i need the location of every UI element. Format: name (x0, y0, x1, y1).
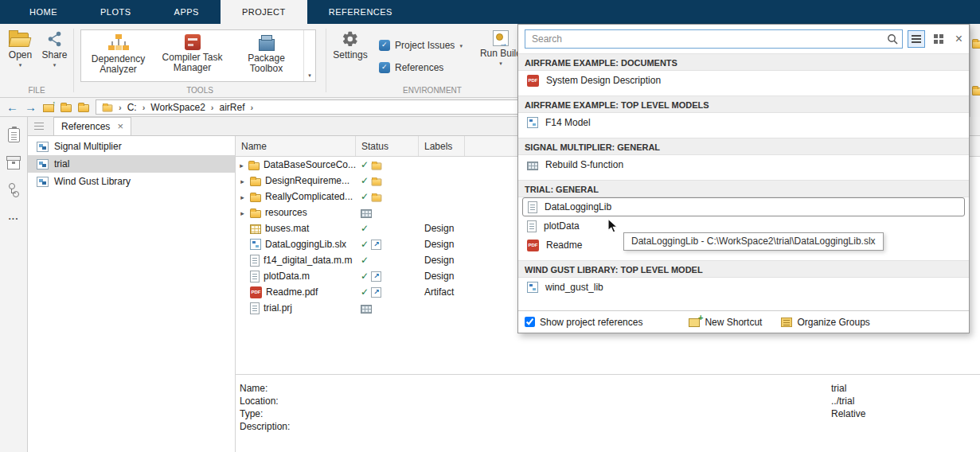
breadcrumb-segment[interactable]: airRef (220, 102, 245, 113)
file-name: DataBaseSourceCo... (264, 159, 356, 170)
column-header-status[interactable]: Status (356, 136, 419, 156)
expand-arrow-icon[interactable] (239, 175, 246, 186)
left-panel-strip (0, 117, 28, 452)
chevron-down-icon: ▾ (308, 72, 311, 78)
new-folder-icon[interactable] (78, 104, 89, 112)
compiler-task-manager-icon (185, 34, 201, 50)
detail-field-value: ../trial (831, 396, 854, 408)
tab-plots[interactable]: PLOTS (79, 0, 153, 24)
popup-toolbar (518, 25, 969, 53)
popup-section-header: AIRFRAME EXAMPLE: DOCUMENTS (518, 53, 969, 71)
shortcut-item-f14-model[interactable]: F14 Model (518, 113, 969, 132)
tree-item-signal-multiplier[interactable]: Signal Multiplier (28, 138, 235, 155)
document-icon (250, 255, 260, 267)
branch-icon[interactable] (8, 183, 19, 197)
compiler-task-manager-button[interactable]: Compiler Task Manager (155, 30, 229, 81)
breadcrumb-chevron-icon (211, 102, 214, 113)
search-icon (887, 33, 898, 45)
tree-item-trial[interactable]: trial (28, 155, 235, 173)
close-tab-icon[interactable] (117, 121, 123, 132)
tree-item-label: Wind Gust Library (54, 176, 131, 187)
tab-label: PROJECT (242, 7, 286, 17)
folder-icon (250, 210, 261, 218)
folder-icon (248, 162, 260, 170)
doc-tab-references[interactable]: References (53, 117, 131, 135)
expand-arrow-icon[interactable] (239, 159, 244, 170)
simulink-model-icon (527, 282, 538, 293)
expand-arrow-icon[interactable] (239, 191, 246, 202)
chevron-down-icon: ▾ (499, 60, 502, 66)
toolstrip-tab-bar: HOME PLOTS APPS PROJECT REFERENCES (0, 0, 980, 24)
project-issues-icon (379, 40, 390, 51)
expand-arrow-icon[interactable] (239, 207, 246, 218)
new-shortcut-button[interactable]: New Shortcut (689, 317, 762, 328)
file-label: Design (419, 223, 465, 234)
package-toolbox-button[interactable]: Package Toolbox (229, 30, 303, 81)
tab-label: APPS (174, 7, 199, 17)
box-icon[interactable] (7, 159, 20, 170)
grid-view-button[interactable] (930, 30, 947, 48)
grid-view-icon (934, 34, 943, 44)
status-project-definition-icon (361, 209, 372, 218)
status-checked-icon (361, 255, 369, 266)
up-one-level-icon[interactable] (43, 104, 54, 112)
simulink-model-icon (250, 239, 261, 250)
shortcut-item-datalogginglib[interactable]: DataLoggingLib (522, 197, 965, 216)
tab-references[interactable]: REFERENCES (307, 0, 414, 24)
references-label: References (395, 62, 443, 73)
keyboard-icon (527, 162, 538, 170)
gallery-expand-button[interactable]: ▾ (303, 30, 315, 81)
share-button-label: Share (41, 49, 67, 60)
breadcrumb-segment[interactable]: WorkSpace2 (150, 102, 205, 113)
column-header-name[interactable]: Name (236, 136, 356, 156)
script-icon (527, 220, 537, 232)
back-arrow-icon[interactable] (6, 101, 18, 113)
show-project-references-checkbox[interactable]: Show project references (525, 317, 642, 328)
details-panel: Name: trial Location: ../trial Type: Rel… (236, 374, 980, 452)
dependency-analyzer-icon (108, 34, 129, 52)
clipped-folder-icon (972, 41, 980, 49)
list-view-button[interactable] (908, 30, 925, 48)
forward-arrow-icon[interactable] (25, 101, 37, 113)
checkbox-input[interactable] (525, 317, 535, 327)
shortcut-item-label: wind_gust_lib (545, 282, 603, 293)
run-build-icon (493, 30, 509, 46)
tab-project[interactable]: PROJECT (221, 0, 307, 24)
file-name: Readme.pdf (266, 286, 318, 298)
references-button[interactable]: References (376, 59, 466, 76)
project-issues-button[interactable]: Project Issues ▾ (376, 37, 466, 54)
tab-home[interactable]: HOME (8, 0, 79, 24)
close-popup-icon[interactable] (955, 32, 962, 46)
ribbon-section-tools: Dependency Analyzer Compiler Task Manage… (74, 24, 326, 97)
status-checked-icon (361, 191, 369, 202)
panel-menu-icon[interactable] (34, 123, 44, 130)
file-name: DesignRequireme... (265, 175, 349, 186)
package-toolbox-icon (259, 39, 275, 51)
tab-apps[interactable]: APPS (153, 0, 221, 24)
mouse-cursor (607, 218, 619, 234)
project-reference-icon (37, 142, 49, 152)
shortcut-item-system-design-description[interactable]: System Design Description (518, 71, 969, 90)
organize-groups-button[interactable]: Organize Groups (781, 317, 869, 328)
browse-folder-icon[interactable] (61, 104, 72, 112)
dependency-analyzer-button[interactable]: Dependency Analyzer (81, 30, 155, 81)
file-name: resources (265, 207, 307, 218)
clipboard-icon[interactable] (8, 128, 20, 142)
references-tree-panel: Signal Multiplier trial Wind Gust Librar… (28, 136, 236, 452)
package-toolbox-label: Package Toolbox (232, 53, 301, 74)
shortcut-item-label: F14 Model (545, 117, 591, 128)
mat-file-icon (250, 224, 261, 234)
status-shortcut-icon (371, 287, 381, 298)
detail-field-label: Location: (236, 396, 831, 408)
search-box[interactable] (525, 29, 903, 49)
column-header-labels[interactable]: Labels (419, 136, 465, 156)
breadcrumb-root[interactable]: C: (127, 102, 137, 113)
shortcut-item-wind-gust-lib[interactable]: wind_gust_lib (518, 278, 969, 297)
file-name: f14_digital_data.m.m (264, 255, 352, 266)
tree-item-wind-gust-library[interactable]: Wind Gust Library (28, 173, 235, 190)
shortcut-item-rebuild-s-function[interactable]: Rebuild S-function (518, 155, 969, 174)
ribbon-section-environment: Settings Project Issues ▾ References Run… (326, 24, 538, 97)
search-input[interactable] (525, 29, 903, 49)
file-label: Design (419, 255, 465, 266)
ellipsis-icon[interactable] (8, 211, 18, 222)
